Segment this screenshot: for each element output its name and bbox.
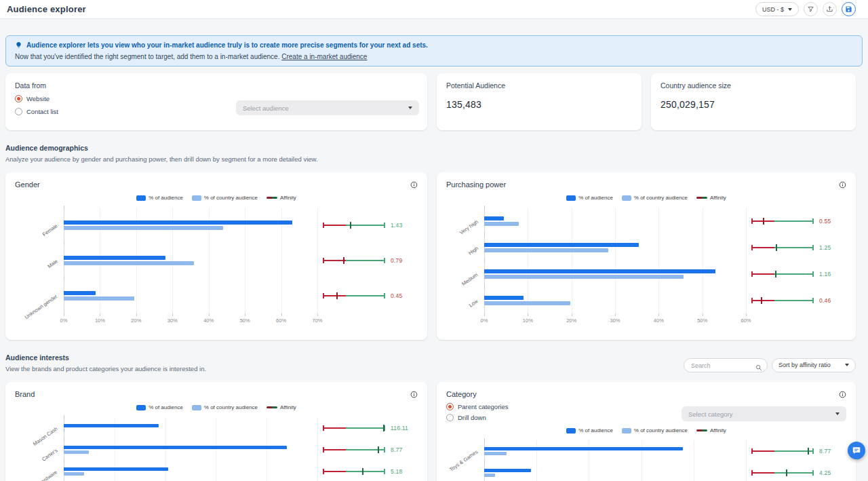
affinity-marker [763, 218, 764, 225]
affinity-red-segment [323, 471, 346, 472]
gridline [572, 208, 572, 234]
gridline [245, 208, 245, 243]
gridline [317, 417, 318, 439]
chart-row: 4.25 [446, 462, 846, 481]
gridline [746, 440, 747, 462]
bar-audience [64, 424, 159, 427]
gridline [245, 243, 245, 278]
potential-audience-card: Potential Audience 135,483 [437, 73, 642, 130]
gridline [484, 440, 485, 462]
bar-track [484, 462, 746, 481]
affinity-right-cap [384, 258, 385, 263]
gridline [64, 461, 64, 481]
affinity-value: 5.18 [391, 468, 418, 475]
radio-drill-down-control[interactable] [446, 414, 454, 421]
radio-website-control[interactable] [15, 95, 22, 102]
search-box [684, 358, 768, 373]
gridline [572, 234, 572, 261]
affinity-left-cap [751, 218, 753, 224]
currency-select[interactable]: USD - $ [755, 2, 799, 16]
affinity-value: 8.77 [391, 446, 418, 453]
filter-button[interactable] [804, 2, 818, 16]
legend-swatch [136, 405, 146, 410]
affinity-right-cap [812, 470, 814, 476]
gridline [281, 208, 282, 243]
gridline [615, 234, 616, 261]
category-label: High [446, 234, 479, 261]
gridline [572, 261, 572, 287]
gridline [746, 462, 747, 481]
affinity-gauge [323, 467, 385, 476]
affinity-gauge [751, 468, 814, 478]
affinity-marker [761, 297, 762, 304]
gridline [267, 439, 267, 461]
legend-item: Affinity [696, 427, 726, 434]
affinity-left-cap [323, 447, 324, 453]
demographics-charts-row: Gender % of audience% of country audienc… [5, 172, 856, 340]
radio-contact-list-control[interactable] [15, 108, 22, 115]
gridline [694, 462, 694, 481]
affinity-right-cap [384, 469, 385, 474]
gridline [484, 287, 485, 313]
affinity-value: 0.46 [819, 297, 846, 304]
affinity-marker [776, 244, 777, 251]
info-icon[interactable] [410, 391, 418, 398]
info-banner: Audience explorer lets you view who your… [5, 35, 863, 66]
interests-charts-row: Brand % of audience% of country audience… [5, 382, 856, 481]
gridline [746, 208, 747, 234]
category-label: Hardware [15, 461, 58, 481]
gridline [115, 417, 115, 439]
affinity-red-segment [751, 472, 774, 474]
affinity-value: 0.55 [819, 218, 846, 225]
search-icon [755, 362, 762, 374]
bar-audience [484, 296, 524, 300]
affinity-left-cap [751, 298, 753, 303]
bar-track [484, 234, 746, 261]
affinity-left-cap [751, 271, 753, 277]
gridline [703, 208, 703, 234]
bar-country-audience [64, 296, 134, 301]
save-floppy-icon [845, 5, 852, 13]
select-category-dropdown[interactable]: Select category [682, 406, 846, 421]
gridline [64, 278, 64, 313]
affinity-green-segment [346, 427, 385, 429]
chart-legend: % of audience% of country audienceAffini… [15, 404, 418, 410]
info-icon[interactable] [839, 181, 846, 189]
chat-button[interactable] [848, 442, 865, 459]
gridline [216, 439, 216, 461]
save-button[interactable] [842, 2, 856, 16]
affinity-red-segment [323, 449, 346, 450]
select-audience-dropdown[interactable]: Select audience [236, 100, 419, 115]
category-label: Unknown gender [15, 278, 58, 313]
affinity-green-segment [774, 472, 814, 474]
lightbulb-icon [15, 41, 22, 49]
gridline [267, 461, 267, 481]
info-icon[interactable] [839, 391, 846, 398]
brand-chart-title: Brand [15, 390, 35, 398]
interests-section-header: Audience interests View the brands and p… [5, 353, 856, 372]
axis-spacer [323, 313, 385, 326]
legend-label: Affinity [710, 195, 726, 201]
gridline [165, 417, 166, 439]
gridline [172, 243, 173, 278]
affinity-gauge [323, 291, 385, 301]
create-in-market-audience-link[interactable]: Create a in-market audience [281, 53, 367, 60]
legend-swatch [566, 195, 576, 201]
legend-swatch [622, 428, 631, 434]
affinity-value: 1.43 [391, 222, 418, 229]
affinity-green-segment [346, 295, 385, 296]
gridline [528, 287, 528, 313]
bar-audience [484, 469, 531, 472]
info-icon[interactable] [410, 181, 418, 189]
banner-second-text: Now that you've identified the right seg… [15, 53, 279, 60]
export-button[interactable] [823, 2, 837, 16]
affinity-right-cap [812, 448, 814, 454]
affinity-green-segment [774, 220, 814, 222]
radio-parent-categories-control[interactable] [446, 403, 454, 410]
sort-dropdown[interactable]: Sort by affinity ratio [772, 358, 856, 372]
radio-website-label: Website [26, 95, 50, 102]
bar-track [484, 440, 746, 462]
gender-chart: % of audience% of country audienceAffini… [15, 195, 418, 326]
bar-audience [484, 269, 715, 273]
affinity-gauge [323, 423, 385, 433]
